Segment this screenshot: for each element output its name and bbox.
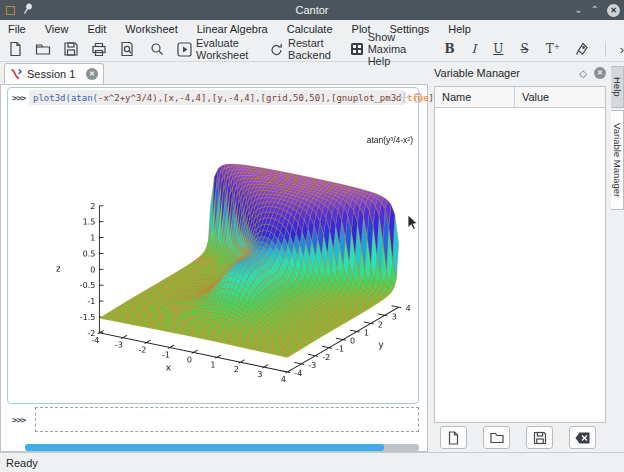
tab-bar: Session 1 ✕ <box>0 62 428 84</box>
progress-fill <box>25 444 384 451</box>
toolbar-overflow-button[interactable]: › <box>620 42 624 57</box>
menu-file[interactable]: File <box>8 23 26 35</box>
maxima-icon <box>10 68 22 80</box>
italic-button[interactable]: I <box>472 42 477 56</box>
strikethrough-button[interactable]: S <box>520 42 528 56</box>
worksheet: >>> plot3d(atan(-x^2+y^3/4),[x,-4,4],[y,… <box>0 84 428 452</box>
menu-calculate[interactable]: Calculate <box>287 23 333 35</box>
trash-icon[interactable] <box>413 92 423 103</box>
evaluate-worksheet-button[interactable]: Evaluate Worksheet <box>177 37 257 61</box>
variables-table: Name Value <box>434 86 606 423</box>
clear-variables-button[interactable] <box>569 426 596 449</box>
evaluate-icon <box>177 41 192 57</box>
bold-button[interactable]: B <box>444 42 454 56</box>
menu-help[interactable]: Help <box>448 23 471 35</box>
restart-icon <box>269 41 284 57</box>
panel-close-icon[interactable]: ✕ <box>594 67 606 79</box>
find-icon[interactable] <box>149 41 165 57</box>
variable-manager-buttons <box>440 426 596 450</box>
open-folder-icon[interactable] <box>35 41 51 57</box>
toolbar-separator <box>605 41 606 57</box>
toolbar: Evaluate Worksheet Restart Backend Show … <box>0 37 624 62</box>
print-icon[interactable] <box>91 41 107 57</box>
pen-color-icon[interactable] <box>575 41 589 57</box>
save-icon[interactable] <box>63 41 79 57</box>
menu-linear-algebra[interactable]: Linear Algebra <box>197 23 268 35</box>
tab-label: Session 1 <box>27 68 81 80</box>
superscript-button[interactable]: T⁺ <box>546 42 560 56</box>
save-variables-button[interactable] <box>526 426 553 449</box>
variable-manager-panel: Variable Manager ◇ ✕ Name Value <box>430 62 610 452</box>
column-header-name[interactable]: Name <box>435 87 515 107</box>
new-document-icon[interactable] <box>8 41 23 57</box>
tab-close-icon[interactable]: ✕ <box>86 68 98 80</box>
plot-title: atan(y³/4-x²) <box>331 135 413 145</box>
code-segment: atan( <box>71 93 98 103</box>
status-text: Ready <box>6 457 38 469</box>
menu-view[interactable]: View <box>45 23 69 35</box>
new-variable-button[interactable] <box>440 426 467 449</box>
prompt-1: >>> <box>12 93 25 103</box>
command-code[interactable]: plot3d(atan(-x^2+y^3/4),[x,-4,4],[y,-4,4… <box>33 93 445 103</box>
progress-bar <box>25 444 419 451</box>
drag-handle-icon[interactable] <box>399 92 410 103</box>
tab-variable-manager[interactable]: Variable Manager <box>611 110 624 210</box>
tab-help[interactable]: Help <box>611 66 624 108</box>
minimize-button[interactable]: ⌄ <box>574 5 582 15</box>
load-variables-button[interactable] <box>483 426 510 449</box>
column-header-value[interactable]: Value <box>515 91 549 103</box>
dock-tab-strip: Help Variable Manager <box>611 62 624 452</box>
empty-command-entry[interactable] <box>35 407 419 432</box>
code-segment: plot3d( <box>33 93 71 103</box>
status-bar: Ready <box>0 452 624 472</box>
mouse-cursor <box>407 215 419 231</box>
menu-worksheet[interactable]: Worksheet <box>125 23 177 35</box>
close-window-button[interactable]: ✕ <box>607 4 620 17</box>
underline-button[interactable]: U <box>493 42 503 56</box>
plot3d-result <box>27 109 425 401</box>
maxima-help-icon <box>350 41 364 57</box>
menu-bar: File View Edit Worksheet Linear Algebra … <box>0 20 624 37</box>
maximize-button[interactable]: ⌃ <box>591 5 599 15</box>
panel-title: Variable Manager <box>434 67 520 79</box>
restart-backend-button[interactable]: Restart Backend <box>269 37 338 61</box>
tab-session-1[interactable]: Session 1 ✕ <box>4 63 104 84</box>
print-preview-icon[interactable] <box>119 41 135 57</box>
window-title: Cantor <box>0 4 624 16</box>
prompt-2: >>> <box>12 415 25 425</box>
menu-edit[interactable]: Edit <box>87 23 106 35</box>
float-panel-icon[interactable]: ◇ <box>579 68 587 79</box>
plot3d-canvas <box>27 109 425 401</box>
code-segment: -x^2+y^3/4),[x,-4,4],[y,-4,4],[grid,50,5… <box>98 93 407 103</box>
titlebar: Cantor ⌄ ⌃ ✕ <box>0 0 624 20</box>
cantor-window: Cantor ⌄ ⌃ ✕ File View Edit Worksheet Li… <box>0 0 624 472</box>
